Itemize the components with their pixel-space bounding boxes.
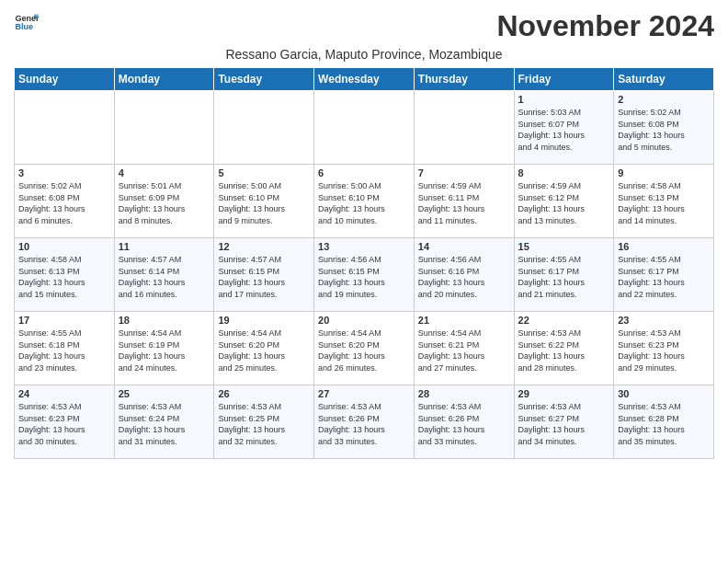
day-number: 25	[119, 388, 210, 399]
day-cell: 18Sunrise: 4:54 AM Sunset: 6:19 PM Dayli…	[114, 312, 214, 385]
day-number: 12	[218, 241, 310, 252]
day-cell	[214, 91, 314, 165]
day-number: 23	[618, 315, 710, 326]
day-cell: 21Sunrise: 4:54 AM Sunset: 6:21 PM Dayli…	[414, 312, 514, 385]
weekday-header-friday: Friday	[514, 68, 614, 91]
day-number: 24	[18, 388, 110, 399]
day-info: Sunrise: 4:53 AM Sunset: 6:26 PM Dayligh…	[418, 401, 510, 447]
day-number: 8	[518, 167, 610, 178]
day-number: 14	[418, 241, 510, 252]
day-info: Sunrise: 4:55 AM Sunset: 6:17 PM Dayligh…	[618, 254, 710, 300]
day-number: 5	[218, 167, 310, 178]
logo-icon: General Blue	[14, 9, 40, 35]
day-cell: 6Sunrise: 5:00 AM Sunset: 6:10 PM Daylig…	[314, 165, 415, 238]
title-block: November 2024	[496, 9, 714, 43]
day-number: 19	[218, 315, 310, 326]
day-cell: 13Sunrise: 4:56 AM Sunset: 6:15 PM Dayli…	[314, 238, 415, 312]
week-row-4: 17Sunrise: 4:55 AM Sunset: 6:18 PM Dayli…	[15, 312, 714, 385]
weekday-header-monday: Monday	[114, 68, 214, 91]
day-cell: 5Sunrise: 5:00 AM Sunset: 6:10 PM Daylig…	[214, 165, 314, 238]
weekday-header-wednesday: Wednesday	[314, 68, 415, 91]
day-cell: 26Sunrise: 4:53 AM Sunset: 6:25 PM Dayli…	[214, 385, 314, 459]
day-number: 16	[618, 241, 710, 252]
day-cell	[114, 91, 214, 165]
day-number: 15	[518, 241, 610, 252]
day-cell: 23Sunrise: 4:53 AM Sunset: 6:23 PM Dayli…	[614, 312, 714, 385]
day-number: 2	[618, 94, 710, 105]
day-info: Sunrise: 5:00 AM Sunset: 6:10 PM Dayligh…	[318, 180, 410, 226]
day-info: Sunrise: 4:55 AM Sunset: 6:18 PM Dayligh…	[18, 327, 110, 373]
day-info: Sunrise: 4:59 AM Sunset: 6:12 PM Dayligh…	[518, 180, 610, 226]
day-info: Sunrise: 4:53 AM Sunset: 6:24 PM Dayligh…	[119, 401, 210, 447]
day-cell: 28Sunrise: 4:53 AM Sunset: 6:26 PM Dayli…	[414, 385, 514, 459]
day-number: 17	[18, 315, 110, 326]
month-title: November 2024	[496, 9, 714, 43]
day-cell: 8Sunrise: 4:59 AM Sunset: 6:12 PM Daylig…	[514, 165, 614, 238]
day-info: Sunrise: 4:53 AM Sunset: 6:23 PM Dayligh…	[18, 401, 110, 447]
week-row-2: 3Sunrise: 5:02 AM Sunset: 6:08 PM Daylig…	[15, 165, 714, 238]
day-number: 6	[318, 167, 410, 178]
day-cell: 1Sunrise: 5:03 AM Sunset: 6:07 PM Daylig…	[514, 91, 614, 165]
weekday-header-saturday: Saturday	[614, 68, 714, 91]
day-cell: 22Sunrise: 4:53 AM Sunset: 6:22 PM Dayli…	[514, 312, 614, 385]
day-info: Sunrise: 4:58 AM Sunset: 6:13 PM Dayligh…	[18, 254, 110, 300]
day-info: Sunrise: 4:54 AM Sunset: 6:21 PM Dayligh…	[418, 327, 510, 373]
day-cell: 29Sunrise: 4:53 AM Sunset: 6:27 PM Dayli…	[514, 385, 614, 459]
day-number: 22	[518, 315, 610, 326]
day-number: 21	[418, 315, 510, 326]
day-info: Sunrise: 4:57 AM Sunset: 6:14 PM Dayligh…	[119, 254, 210, 300]
day-info: Sunrise: 4:53 AM Sunset: 6:27 PM Dayligh…	[518, 401, 610, 447]
day-number: 26	[218, 388, 310, 399]
day-info: Sunrise: 4:54 AM Sunset: 6:19 PM Dayligh…	[119, 327, 210, 373]
header: General Blue November 2024	[14, 9, 714, 43]
weekday-header-sunday: Sunday	[15, 68, 115, 91]
day-number: 4	[119, 167, 210, 178]
day-cell: 14Sunrise: 4:56 AM Sunset: 6:16 PM Dayli…	[414, 238, 514, 312]
day-cell: 25Sunrise: 4:53 AM Sunset: 6:24 PM Dayli…	[114, 385, 214, 459]
svg-text:Blue: Blue	[15, 22, 33, 31]
day-info: Sunrise: 4:56 AM Sunset: 6:15 PM Dayligh…	[318, 254, 410, 300]
week-row-1: 1Sunrise: 5:03 AM Sunset: 6:07 PM Daylig…	[15, 91, 714, 165]
day-info: Sunrise: 4:59 AM Sunset: 6:11 PM Dayligh…	[418, 180, 510, 226]
day-cell: 4Sunrise: 5:01 AM Sunset: 6:09 PM Daylig…	[114, 165, 214, 238]
subtitle: Ressano Garcia, Maputo Province, Mozambi…	[14, 47, 714, 62]
day-info: Sunrise: 5:03 AM Sunset: 6:07 PM Dayligh…	[518, 107, 610, 153]
day-info: Sunrise: 4:56 AM Sunset: 6:16 PM Dayligh…	[418, 254, 510, 300]
calendar-table: SundayMondayTuesdayWednesdayThursdayFrid…	[14, 67, 714, 459]
day-cell: 27Sunrise: 4:53 AM Sunset: 6:26 PM Dayli…	[314, 385, 415, 459]
day-cell: 2Sunrise: 5:02 AM Sunset: 6:08 PM Daylig…	[614, 91, 714, 165]
day-info: Sunrise: 4:53 AM Sunset: 6:26 PM Dayligh…	[318, 401, 410, 447]
day-number: 10	[18, 241, 110, 252]
day-cell: 19Sunrise: 4:54 AM Sunset: 6:20 PM Dayli…	[214, 312, 314, 385]
day-info: Sunrise: 5:02 AM Sunset: 6:08 PM Dayligh…	[18, 180, 110, 226]
day-number: 13	[318, 241, 410, 252]
day-info: Sunrise: 5:01 AM Sunset: 6:09 PM Dayligh…	[119, 180, 210, 226]
day-cell: 24Sunrise: 4:53 AM Sunset: 6:23 PM Dayli…	[15, 385, 115, 459]
day-number: 29	[518, 388, 610, 399]
day-info: Sunrise: 4:55 AM Sunset: 6:17 PM Dayligh…	[518, 254, 610, 300]
day-info: Sunrise: 4:57 AM Sunset: 6:15 PM Dayligh…	[218, 254, 310, 300]
day-info: Sunrise: 4:53 AM Sunset: 6:28 PM Dayligh…	[618, 401, 710, 447]
day-number: 27	[318, 388, 410, 399]
day-number: 18	[119, 315, 210, 326]
week-row-5: 24Sunrise: 4:53 AM Sunset: 6:23 PM Dayli…	[15, 385, 714, 459]
day-number: 3	[18, 167, 110, 178]
day-number: 1	[518, 94, 610, 105]
day-cell: 12Sunrise: 4:57 AM Sunset: 6:15 PM Dayli…	[214, 238, 314, 312]
day-cell: 30Sunrise: 4:53 AM Sunset: 6:28 PM Dayli…	[614, 385, 714, 459]
day-cell: 7Sunrise: 4:59 AM Sunset: 6:11 PM Daylig…	[414, 165, 514, 238]
weekday-header-thursday: Thursday	[414, 68, 514, 91]
day-info: Sunrise: 4:53 AM Sunset: 6:22 PM Dayligh…	[518, 327, 610, 373]
day-cell	[15, 91, 115, 165]
day-cell	[414, 91, 514, 165]
day-number: 7	[418, 167, 510, 178]
weekday-header-row: SundayMondayTuesdayWednesdayThursdayFrid…	[15, 68, 714, 91]
day-cell: 9Sunrise: 4:58 AM Sunset: 6:13 PM Daylig…	[614, 165, 714, 238]
day-cell: 15Sunrise: 4:55 AM Sunset: 6:17 PM Dayli…	[514, 238, 614, 312]
day-cell: 11Sunrise: 4:57 AM Sunset: 6:14 PM Dayli…	[114, 238, 214, 312]
logo: General Blue	[14, 9, 40, 35]
day-number: 11	[119, 241, 210, 252]
day-info: Sunrise: 5:00 AM Sunset: 6:10 PM Dayligh…	[218, 180, 310, 226]
day-info: Sunrise: 5:02 AM Sunset: 6:08 PM Dayligh…	[618, 107, 710, 153]
day-cell: 17Sunrise: 4:55 AM Sunset: 6:18 PM Dayli…	[15, 312, 115, 385]
